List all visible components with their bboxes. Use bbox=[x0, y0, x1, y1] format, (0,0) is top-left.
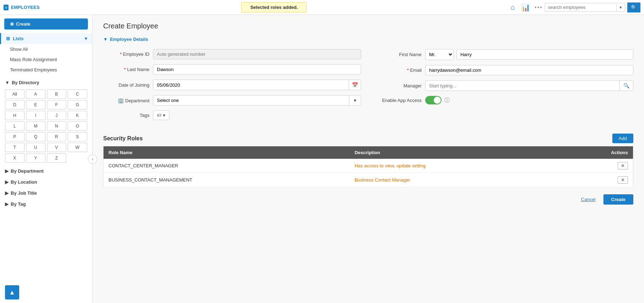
letter-b[interactable]: B bbox=[47, 90, 67, 99]
by-location-header[interactable]: ▶ By Location bbox=[0, 177, 92, 188]
employee-id-input[interactable] bbox=[153, 49, 361, 59]
manager-search-button[interactable]: 🔍 bbox=[619, 81, 633, 91]
letter-e[interactable]: E bbox=[26, 100, 46, 109]
header-right: ⌂ 📊 ••• ▼ 🔍 bbox=[508, 2, 640, 13]
letter-x[interactable]: X bbox=[5, 153, 25, 163]
by-department-chevron-icon: ▶ bbox=[5, 168, 9, 174]
date-picker-button[interactable]: 📅 bbox=[349, 80, 361, 90]
employee-id-row: * Employee ID bbox=[103, 49, 361, 59]
tags-label: Tags bbox=[103, 113, 149, 118]
col-role-name: Role Name bbox=[104, 146, 350, 159]
name-prefix-select[interactable]: Mr. bbox=[425, 49, 454, 60]
letter-j[interactable]: J bbox=[47, 111, 67, 120]
section-collapse-icon: ▼ bbox=[103, 37, 108, 42]
letter-r[interactable]: R bbox=[47, 132, 67, 141]
tags-dropdown-arrow: ▾ bbox=[163, 113, 165, 118]
content-area: Create Employee ▼ Employee Details * Emp… bbox=[93, 15, 644, 303]
department-select[interactable]: Select one bbox=[153, 96, 349, 105]
letter-c[interactable]: C bbox=[68, 90, 87, 99]
letter-d[interactable]: D bbox=[5, 100, 25, 109]
email-row: * Email bbox=[375, 65, 633, 75]
letter-l[interactable]: L bbox=[5, 121, 25, 131]
letter-v[interactable]: V bbox=[47, 143, 67, 152]
by-department-header[interactable]: ▶ By Department bbox=[0, 166, 92, 177]
manager-input-wrapper: 🔍 bbox=[425, 80, 633, 91]
by-directory-header[interactable]: ▼ By Directory bbox=[5, 78, 87, 87]
letter-y[interactable]: Y bbox=[26, 153, 46, 163]
by-directory-section: ▼ By Directory All A B C D E F G H I J K… bbox=[0, 75, 92, 166]
enable-app-access-info-icon[interactable]: ⓘ bbox=[444, 97, 450, 104]
notification-banner: Selected roles added. bbox=[241, 2, 307, 12]
last-name-required-star: * bbox=[124, 67, 127, 72]
form-left-col: * Employee ID * Last Name Date of Joinin… bbox=[103, 49, 361, 125]
collapse-sidebar-button[interactable]: ‹ bbox=[88, 155, 97, 164]
letter-h[interactable]: H bbox=[5, 111, 25, 120]
by-location-chevron-icon: ▶ bbox=[5, 179, 9, 185]
by-tag-header[interactable]: ▶ By Tag bbox=[0, 199, 92, 210]
last-name-input[interactable] bbox=[153, 64, 361, 75]
enable-app-access-toggle[interactable] bbox=[425, 96, 442, 104]
letter-a[interactable]: A bbox=[26, 90, 46, 99]
sidebar-mass-role-assignment[interactable]: Mass Role Assignment bbox=[0, 54, 92, 65]
scroll-top-button[interactable]: ▲ bbox=[5, 285, 19, 299]
by-job-title-header[interactable]: ▶ By Job Title bbox=[0, 188, 92, 199]
more-options-button[interactable]: ••• bbox=[534, 4, 543, 11]
search-submit-button[interactable]: 🔍 bbox=[627, 2, 640, 12]
sidebar-show-all[interactable]: Show All bbox=[0, 44, 92, 54]
letter-t[interactable]: T bbox=[5, 143, 25, 152]
chart-button[interactable]: 📊 bbox=[519, 2, 532, 13]
letter-s[interactable]: S bbox=[68, 132, 87, 141]
roles-table-body: CONTACT_CENTER_MANAGER Has access to vie… bbox=[104, 159, 633, 187]
letter-g[interactable]: G bbox=[68, 100, 87, 109]
remove-role-1-button[interactable]: ✕ bbox=[618, 162, 628, 169]
letter-w[interactable]: W bbox=[68, 143, 87, 152]
sidebar-terminated-employees[interactable]: Terminated Employees bbox=[0, 65, 92, 75]
manager-label: Manager bbox=[375, 83, 422, 88]
cancel-button[interactable]: Cancel bbox=[577, 194, 599, 205]
letter-f[interactable]: F bbox=[47, 100, 67, 109]
letter-m[interactable]: M bbox=[26, 121, 46, 131]
employee-id-required-star: * bbox=[120, 52, 123, 57]
search-input[interactable] bbox=[545, 3, 616, 11]
letter-k[interactable]: K bbox=[68, 111, 87, 120]
by-department-label: By Department bbox=[11, 168, 43, 174]
email-input[interactable] bbox=[425, 65, 633, 75]
department-row: 🏢 Department Select one ▼ bbox=[103, 95, 361, 105]
letter-q[interactable]: Q bbox=[26, 132, 46, 141]
employee-details-header[interactable]: ▼ Employee Details bbox=[103, 37, 633, 42]
home-button[interactable]: ⌂ bbox=[508, 2, 517, 13]
actions-cell-2: ✕ bbox=[562, 173, 633, 187]
sidebar-lists-item[interactable]: ⊞ Lists ▾ bbox=[0, 33, 92, 44]
letter-p[interactable]: P bbox=[5, 132, 25, 141]
lists-chevron-icon: ▾ bbox=[85, 36, 87, 41]
role-name-cell-1: CONTACT_CENTER_MANAGER bbox=[104, 159, 350, 173]
sidebar-sub-items: Show All Mass Role Assignment Terminated… bbox=[0, 44, 92, 75]
create-employee-button[interactable]: Create bbox=[603, 194, 633, 205]
manager-row: Manager 🔍 bbox=[375, 80, 633, 91]
tags-button[interactable]: 🏷 ▾ bbox=[153, 110, 169, 120]
letter-u[interactable]: U bbox=[26, 143, 46, 152]
letter-all[interactable]: All bbox=[5, 90, 25, 99]
roles-table: Role Name Description Actions CONTACT_CE… bbox=[103, 146, 633, 187]
letter-n[interactable]: N bbox=[47, 121, 67, 131]
table-row: BUSINESS_CONTACT_MANAGEMENT Business Con… bbox=[104, 173, 633, 187]
create-button[interactable]: ⊕ Create bbox=[4, 18, 88, 29]
letter-i[interactable]: I bbox=[26, 111, 46, 120]
employee-details-section: ▼ Employee Details * Employee ID bbox=[103, 37, 633, 125]
letter-o[interactable]: O bbox=[68, 121, 87, 131]
create-button-label: Create bbox=[16, 21, 30, 27]
col-actions: Actions bbox=[562, 146, 633, 159]
roles-table-header-row: Role Name Description Actions bbox=[104, 146, 633, 159]
letter-z[interactable]: Z bbox=[47, 153, 67, 163]
enable-app-access-toggle-row: ⓘ bbox=[425, 96, 450, 104]
employee-id-label: * Employee ID bbox=[103, 52, 149, 57]
remove-role-2-button[interactable]: ✕ bbox=[618, 176, 628, 184]
date-of-joining-input[interactable] bbox=[153, 80, 349, 90]
page-title: Create Employee bbox=[103, 22, 633, 30]
manager-input[interactable] bbox=[426, 81, 619, 91]
first-name-input[interactable] bbox=[456, 49, 633, 60]
app-logo: ≡ EMPLOYEES bbox=[4, 5, 39, 10]
sidebar-footer: ▲ bbox=[0, 282, 92, 303]
add-role-button[interactable]: Add bbox=[612, 134, 633, 143]
search-dropdown-button[interactable]: ▼ bbox=[616, 4, 625, 11]
